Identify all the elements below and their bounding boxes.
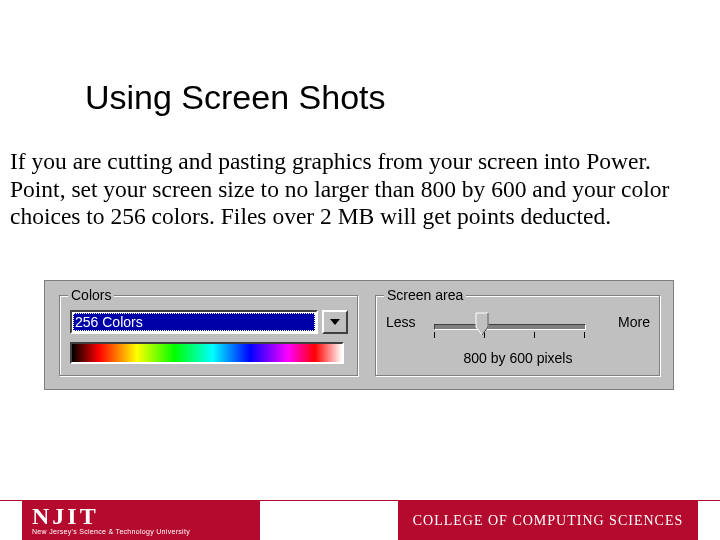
- colors-group-label: Colors: [68, 287, 114, 303]
- display-settings-screenshot: Colors 256 Colors Screen area Less More: [44, 280, 674, 390]
- njit-wordmark: NJIT: [32, 506, 260, 528]
- dropdown-value: 256 Colors: [73, 313, 315, 331]
- color-spectrum-preview: [70, 342, 344, 364]
- color-depth-dropdown[interactable]: 256 Colors: [70, 310, 348, 334]
- njit-logo-block: NJIT New Jersey's Science & Technology U…: [22, 501, 260, 540]
- screen-area-group-label: Screen area: [384, 287, 466, 303]
- svg-marker-0: [330, 319, 340, 325]
- colors-groupbox: Colors 256 Colors: [59, 295, 359, 377]
- slider-tick: [584, 332, 585, 338]
- college-name-block: COLLEGE OF COMPUTING SCIENCES: [398, 501, 698, 540]
- slider-tick: [534, 332, 535, 338]
- slider-tick: [434, 332, 435, 338]
- screen-area-groupbox: Screen area Less More 800 by 600 pixels: [375, 295, 661, 377]
- resolution-slider-track[interactable]: [434, 324, 586, 330]
- chevron-down-icon: [330, 319, 340, 325]
- slide-title: Using Screen Shots: [85, 78, 386, 117]
- njit-tagline: New Jersey's Science & Technology Univer…: [32, 528, 260, 535]
- college-name: COLLEGE OF COMPUTING SCIENCES: [413, 513, 684, 529]
- resolution-slider-thumb[interactable]: [475, 312, 489, 336]
- footer: NJIT New Jersey's Science & Technology U…: [0, 478, 720, 540]
- svg-marker-1: [476, 313, 488, 335]
- slider-less-label: Less: [386, 314, 416, 330]
- body-paragraph: If you are cutting and pasting graphics …: [10, 148, 712, 231]
- resolution-value-label: 800 by 600 pixels: [376, 350, 660, 366]
- slider-more-label: More: [618, 314, 650, 330]
- dropdown-field[interactable]: 256 Colors: [70, 310, 318, 334]
- dropdown-button[interactable]: [322, 310, 348, 334]
